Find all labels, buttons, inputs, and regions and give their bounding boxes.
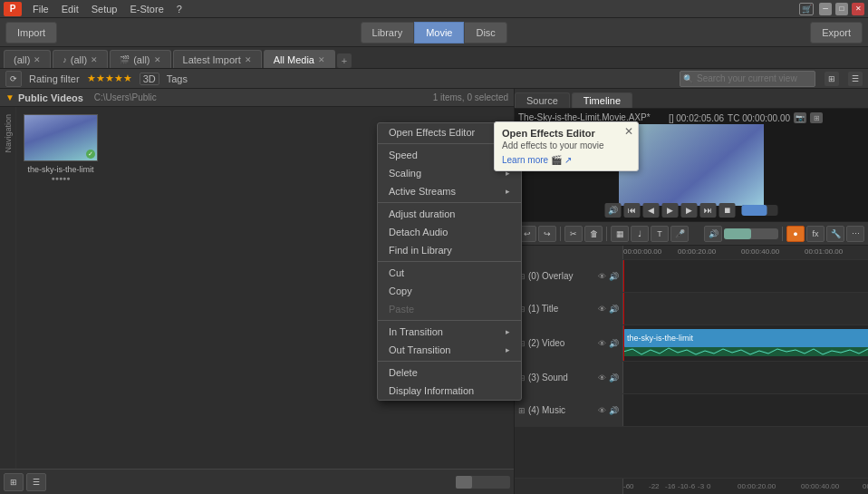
tl-zoom-out-btn[interactable]: 🔊 <box>704 226 722 242</box>
track-music: ⊞ (4) Music 👁 🔊 <box>515 394 868 427</box>
ctx-active-streams[interactable]: Active Streams ▸ <box>378 182 521 200</box>
close-button[interactable]: ✕ <box>852 3 864 15</box>
disc-tab-button[interactable]: Disc <box>464 22 506 44</box>
ctx-cut[interactable]: Cut <box>378 264 521 282</box>
tab-all-1[interactable]: (all) ✕ <box>4 50 51 68</box>
tl-tools-btn[interactable]: 🔧 <box>826 226 844 242</box>
play-btn[interactable]: ▶ <box>662 203 679 218</box>
ctx-in-transition[interactable]: In Transition ▸ <box>378 323 521 341</box>
ctx-out-transition[interactable]: Out Transition ▸ <box>378 341 521 359</box>
movie-tab-button[interactable]: Movie <box>414 22 464 44</box>
tl-redo-btn[interactable]: ↪ <box>538 226 556 242</box>
tooltip-popup: ✕ Open Effects Editor Add effects to you… <box>494 121 639 171</box>
tooltip-title: Open Effects Editor <box>502 128 631 139</box>
timeline-bottom-ruler: -60 -22 -16 -10 -6 -3 0 00:00:20.00 00:0… <box>515 478 868 494</box>
grid-view-button[interactable]: ⊞ <box>825 72 839 86</box>
video-clip[interactable]: the-sky-is-the-limit <box>623 329 868 347</box>
export-button[interactable]: Export <box>810 22 863 44</box>
tl-record-btn[interactable]: ● <box>786 226 805 242</box>
import-button[interactable]: Import <box>5 22 57 44</box>
back-btn[interactable]: ◀ <box>643 203 660 218</box>
menu-help[interactable]: ? <box>171 2 188 16</box>
vol-btn[interactable]: 🔊 <box>605 203 622 218</box>
track-eye-2[interactable]: 👁 <box>598 339 606 348</box>
vol-slider[interactable] <box>742 205 778 216</box>
ctx-delete[interactable]: Delete <box>378 363 521 382</box>
track-eye-0[interactable]: 👁 <box>598 272 606 281</box>
tl-fx-btn[interactable]: fx <box>806 226 825 242</box>
search-input[interactable] <box>680 71 815 87</box>
list-view-button[interactable]: ☰ <box>848 72 863 86</box>
track-body-video[interactable]: the-sky-is-the-limit <box>623 325 868 361</box>
tooltip-learn-more[interactable]: Learn more 🎬 ↗ <box>502 155 572 165</box>
library-title: Public Videos <box>18 92 83 103</box>
tab-latest-import[interactable]: Latest Import ✕ <box>173 50 262 68</box>
track-vol-1[interactable]: 🔊 <box>609 305 619 314</box>
timecode-btn[interactable]: 📷 <box>794 112 806 123</box>
fullscreen-btn[interactable]: ⊞ <box>810 112 823 123</box>
tl-delete-btn[interactable]: 🗑 <box>584 226 603 242</box>
maximize-button[interactable]: □ <box>835 3 848 15</box>
cart-icon[interactable]: 🛒 <box>799 3 814 15</box>
tl-vol-slider[interactable] <box>724 228 778 239</box>
next-btn[interactable]: ⏭ <box>700 203 717 218</box>
track-label-video: (2) Video <box>528 338 564 348</box>
ctx-copy[interactable]: Copy <box>378 282 521 300</box>
rating-stars[interactable]: ★★★★★ <box>87 73 132 84</box>
tab-source[interactable]: Source <box>515 92 570 108</box>
zoom-thumb <box>456 476 472 489</box>
prev-btn[interactable]: ⏮ <box>624 203 641 218</box>
tl-split-btn[interactable]: ✂ <box>564 226 583 242</box>
3d-label[interactable]: 3D <box>140 73 159 85</box>
tl-mic-btn[interactable]: 🎤 <box>670 226 689 242</box>
tab-close-4[interactable]: ✕ <box>245 55 252 64</box>
tab-close-2[interactable]: ✕ <box>91 55 98 64</box>
track-vol-0[interactable]: 🔊 <box>609 272 619 281</box>
tl-text-btn[interactable]: T <box>651 226 669 242</box>
menu-edit[interactable]: Edit <box>56 2 84 16</box>
menu-estore[interactable]: E-Store <box>124 2 169 16</box>
track-eye-4[interactable]: 👁 <box>598 406 606 415</box>
ctx-detach-audio[interactable]: Detach Audio <box>378 223 521 241</box>
filter-icon[interactable]: ⟳ <box>5 71 22 87</box>
timeline-area: 00:00:00.00 00:00:20.00 00:00:40.00 00:0… <box>515 246 868 494</box>
tab-bar: (all) ✕ ♪ (all) ✕ 🎬 (all) ✕ Latest Impor… <box>0 47 868 69</box>
tl-bar-btn[interactable]: ▦ <box>611 226 629 242</box>
tl-more-btn[interactable]: ⋯ <box>846 226 864 242</box>
tab-all-media[interactable]: All Media ✕ <box>264 50 335 68</box>
ctx-display-info[interactable]: Display Information <box>378 382 521 400</box>
menu-bar: P File Edit Setup E-Store ? 🛒 ─ □ ✕ <box>0 0 868 18</box>
list-btn[interactable]: ☰ <box>26 473 46 491</box>
menu-file[interactable]: File <box>27 2 54 16</box>
add-tab-button[interactable]: + <box>337 53 352 68</box>
track-label-sound: (3) Sound <box>528 373 568 383</box>
library-tab-button[interactable]: Library <box>361 22 415 44</box>
tab-all-2[interactable]: ♪ (all) ✕ <box>53 50 108 68</box>
tab-all-3[interactable]: 🎬 (all) ✕ <box>110 50 170 68</box>
track-vol-3[interactable]: 🔊 <box>609 373 619 383</box>
track-overlay: ⊞ (0) Overlay 👁 🔊 <box>515 260 868 293</box>
tooltip-close-btn[interactable]: ✕ <box>624 125 633 138</box>
track-vol-4[interactable]: 🔊 <box>609 406 619 415</box>
menu-setup[interactable]: Setup <box>86 2 123 16</box>
tab-close-1[interactable]: ✕ <box>34 55 41 64</box>
expand-icon[interactable]: ▼ <box>5 92 14 102</box>
track-eye-3[interactable]: 👁 <box>598 373 606 383</box>
main-toolbar: Import Library Movie Disc Export <box>0 18 868 47</box>
video-clip-label: the-sky-is-the-limit <box>627 334 693 343</box>
minimize-button[interactable]: ─ <box>819 3 832 15</box>
ctx-find-in-library[interactable]: Find in Library <box>378 241 521 259</box>
track-vol-2[interactable]: 🔊 <box>609 339 619 348</box>
track-eye-1[interactable]: 👁 <box>598 305 606 314</box>
tab-timeline[interactable]: Timeline <box>572 92 632 108</box>
tab-close-5[interactable]: ✕ <box>318 55 325 64</box>
tab-close-3[interactable]: ✕ <box>154 55 161 64</box>
zoom-slider[interactable] <box>456 476 510 489</box>
ctx-adjust-duration[interactable]: Adjust duration <box>378 205 521 223</box>
stop-btn[interactable]: ⏹ <box>719 203 736 218</box>
grid-btn[interactable]: ⊞ <box>4 473 24 491</box>
fwd-btn[interactable]: ▶ <box>681 203 698 218</box>
media-item[interactable]: ✓ the-sky-is-the-limit ●●●●● <box>20 111 101 185</box>
track-header-overlay: ⊞ (0) Overlay 👁 🔊 <box>515 260 623 292</box>
tl-note-btn[interactable]: ♩ <box>631 226 649 242</box>
